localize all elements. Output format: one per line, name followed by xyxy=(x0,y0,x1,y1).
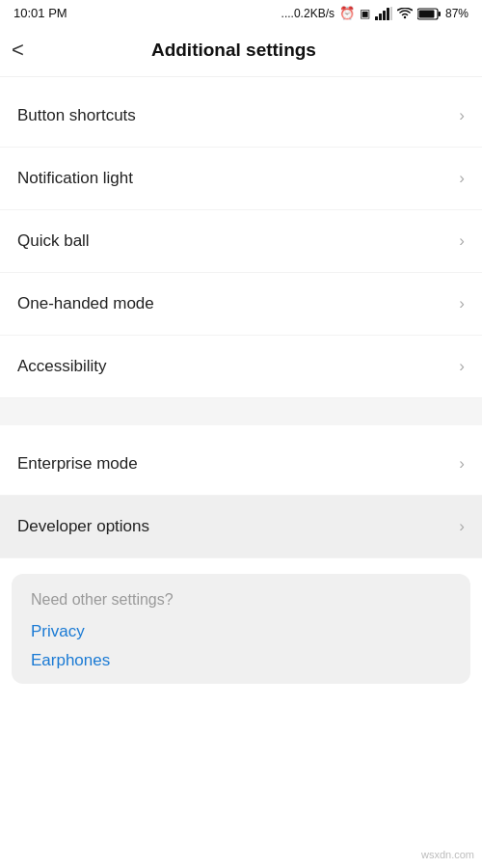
back-button[interactable]: < xyxy=(8,34,36,67)
alarm-icon: ⏰ xyxy=(339,6,355,20)
settings-item-accessibility[interactable]: Accessibility › xyxy=(0,336,482,398)
signal-icon xyxy=(375,6,392,20)
page-title: Additional settings xyxy=(36,40,467,61)
status-bar: 10:01 PM ....0.2KB/s ⏰ ▣ xyxy=(0,0,482,24)
wifi-icon xyxy=(397,7,413,20)
settings-item-enterprise-mode[interactable]: Enterprise mode › xyxy=(0,433,482,496)
settings-item-quick-ball[interactable]: Quick ball › xyxy=(0,210,482,273)
settings-list-2: Enterprise mode › Developer options › xyxy=(0,433,482,558)
battery-icon xyxy=(417,6,441,19)
footer-link-privacy[interactable]: Privacy xyxy=(31,622,451,641)
svg-rect-6 xyxy=(438,12,441,16)
chevron-right-icon: › xyxy=(459,231,465,251)
chevron-right-icon: › xyxy=(459,454,465,474)
svg-rect-3 xyxy=(387,8,389,20)
chevron-right-icon: › xyxy=(459,106,465,125)
svg-rect-0 xyxy=(375,16,378,20)
settings-item-label: Button shortcuts xyxy=(17,106,136,125)
svg-rect-4 xyxy=(390,7,392,20)
settings-item-label: Enterprise mode xyxy=(17,454,138,474)
chevron-right-icon: › xyxy=(459,357,465,376)
battery-percent: 87% xyxy=(445,7,469,20)
settings-item-developer-options[interactable]: Developer options › xyxy=(0,496,482,558)
settings-item-label: Accessibility xyxy=(17,357,107,376)
settings-item-label: Developer options xyxy=(17,517,149,536)
time: 10:01 PM xyxy=(13,6,67,20)
svg-rect-2 xyxy=(383,11,386,20)
status-right: ....0.2KB/s ⏰ ▣ xyxy=(281,6,469,20)
header: < Additional settings xyxy=(0,24,482,77)
watermark: wsxdn.com xyxy=(421,849,474,860)
settings-item-label: One-handed mode xyxy=(17,294,154,313)
chevron-right-icon: › xyxy=(459,517,465,536)
settings-item-one-handed-mode[interactable]: One-handed mode › xyxy=(0,273,482,336)
settings-item-label: Notification light xyxy=(17,169,133,188)
svg-rect-7 xyxy=(418,10,434,17)
chevron-right-icon: › xyxy=(459,294,465,313)
footer-card-title: Need other settings? xyxy=(31,591,451,609)
network-speed: ....0.2KB/s xyxy=(281,7,335,20)
footer-link-earphones[interactable]: Earphones xyxy=(31,651,451,670)
settings-item-label: Quick ball xyxy=(17,231,90,251)
svg-rect-1 xyxy=(379,14,382,20)
settings-item-button-shortcuts[interactable]: Button shortcuts › xyxy=(0,85,482,148)
settings-list-1: Button shortcuts › Notification light › … xyxy=(0,85,482,398)
section-separator xyxy=(0,398,482,425)
footer-card: Need other settings? PrivacyEarphones xyxy=(12,574,470,684)
chevron-right-icon: › xyxy=(459,169,465,188)
sim-icon: ▣ xyxy=(360,7,370,20)
footer-links: PrivacyEarphones xyxy=(31,622,451,670)
settings-item-notification-light[interactable]: Notification light › xyxy=(0,148,482,210)
